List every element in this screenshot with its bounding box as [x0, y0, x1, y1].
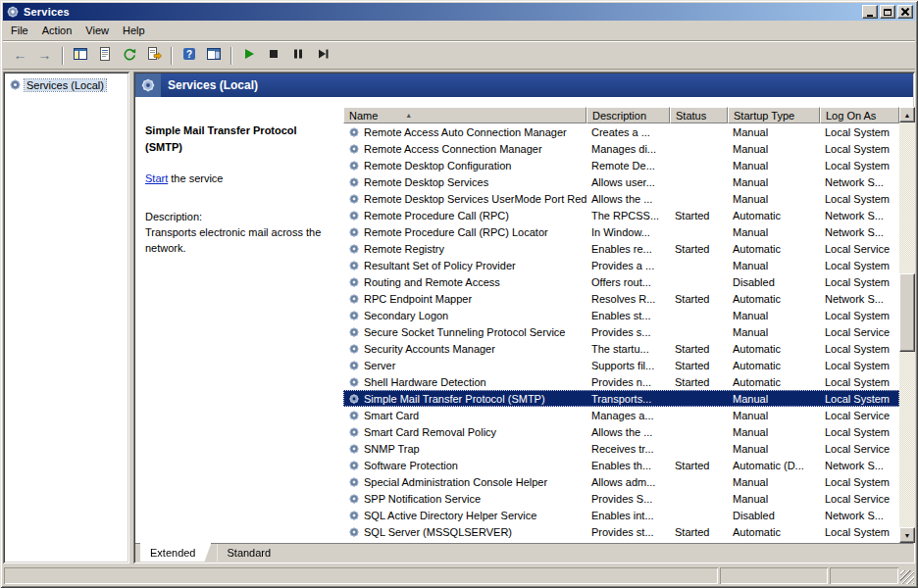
stop-service-button[interactable]: [262, 45, 284, 67]
cell-log-on-as: Network S...: [820, 173, 899, 190]
cell-status: Started: [670, 290, 728, 307]
cell-name: Software Protection: [343, 457, 586, 473]
export-list-button[interactable]: [142, 45, 165, 67]
cell-description: Manages di...: [586, 140, 670, 157]
service-row[interactable]: SQL Active Directory Helper ServiceEnabl…: [343, 507, 899, 523]
service-row[interactable]: ServerSupports fil...StartedAutomaticLoc…: [343, 357, 899, 373]
status-pane-3: [830, 567, 898, 584]
status-bar: [3, 565, 915, 585]
restart-service-button[interactable]: [311, 45, 333, 67]
service-row[interactable]: Remote Procedure Call (RPC) LocatorIn Wi…: [343, 223, 899, 240]
service-row[interactable]: RPC Endpoint MapperResolves R...StartedA…: [343, 290, 899, 307]
cell-description: Creates a ...: [586, 123, 670, 140]
vertical-scrollbar[interactable]: ▲ ▼: [899, 107, 915, 543]
show-console-tree-button[interactable]: [69, 45, 91, 67]
service-row[interactable]: Remote Access Connection ManagerManages …: [343, 140, 899, 157]
services-gear-icon: [6, 5, 21, 20]
resize-grip-icon[interactable]: [900, 570, 914, 584]
menu-bar: FileActionViewHelp: [3, 21, 915, 41]
properties-button[interactable]: [93, 45, 116, 67]
cell-description: Allows the ...: [586, 423, 670, 440]
service-row[interactable]: Remote Desktop ConfigurationRemote De...…: [343, 157, 899, 173]
service-row[interactable]: SQL Server (MSSQLSERVER)Provides st...St…: [343, 523, 899, 540]
cell-status: Started: [670, 340, 728, 357]
column-header-description[interactable]: Description: [586, 107, 670, 123]
cell-startup-type: Manual: [728, 190, 820, 207]
tab-extended[interactable]: Extended: [140, 543, 211, 562]
service-row[interactable]: Routing and Remote AccessOffers rout...D…: [343, 273, 899, 290]
cell-status: [670, 140, 728, 157]
cell-description: Enables int...: [586, 507, 670, 523]
cell-startup-type: Manual: [728, 390, 820, 407]
service-row[interactable]: Remote Desktop ServicesAllows user...Man…: [343, 173, 899, 190]
cell-status: Started: [670, 207, 728, 223]
menu-item-file[interactable]: File: [4, 23, 35, 38]
cell-name: Smart Card Removal Policy: [343, 423, 586, 440]
cell-description: Receives tr...: [586, 440, 670, 457]
cell-description: Allows the ...: [586, 190, 670, 207]
service-row[interactable]: Simple Mail Transfer Protocol (SMTP)Tran…: [343, 390, 899, 407]
cell-status: [670, 173, 728, 190]
column-header-startup-type[interactable]: Startup Type: [728, 107, 820, 123]
service-row[interactable]: SPP Notification ServiceProvides S...Man…: [343, 490, 899, 507]
menu-item-help[interactable]: Help: [116, 23, 152, 38]
service-gear-icon: [348, 376, 360, 388]
menu-item-action[interactable]: Action: [35, 23, 79, 38]
help-button[interactable]: ?: [178, 45, 200, 67]
service-row[interactable]: Remote Procedure Call (RPC)The RPCSS...S…: [343, 207, 899, 223]
pause-service-button[interactable]: [286, 45, 309, 67]
cell-name: Routing and Remote Access: [343, 273, 586, 290]
refresh-button[interactable]: [118, 45, 140, 67]
extended-info-panel: Simple Mail Transfer Protocol (SMTP) Sta…: [135, 97, 343, 543]
tree-item-services-local[interactable]: Services (Local): [7, 77, 128, 92]
service-row[interactable]: Remote Desktop Services UserMode Port Re…: [343, 190, 899, 207]
cell-status: [670, 390, 728, 407]
minimize-button[interactable]: [862, 5, 878, 19]
menu-item-view[interactable]: View: [78, 23, 116, 38]
service-row[interactable]: Software ProtectionEnables th...StartedA…: [343, 457, 899, 473]
close-button[interactable]: [897, 5, 913, 19]
service-gear-icon: [348, 143, 360, 155]
cell-log-on-as: Network S...: [820, 507, 899, 523]
service-row[interactable]: Remote Access Auto Connection ManagerCre…: [343, 123, 899, 140]
results-banner: Services (Local): [135, 74, 913, 97]
maximize-button[interactable]: [880, 5, 895, 19]
column-header-status[interactable]: Status: [670, 107, 728, 123]
cell-log-on-as: Network S...: [820, 207, 899, 223]
main-panel: Services (Local) Simple Mail Transfer Pr…: [133, 72, 915, 564]
service-row[interactable]: Secure Socket Tunneling Protocol Service…: [343, 323, 899, 340]
start-service-button[interactable]: [237, 45, 260, 67]
back-button[interactable]: ←: [9, 45, 31, 67]
cell-status: [670, 157, 728, 173]
title-bar[interactable]: Services: [3, 3, 915, 21]
scroll-up-button[interactable]: ▲: [899, 107, 915, 122]
scrollbar-thumb[interactable]: [899, 273, 915, 352]
service-row[interactable]: Remote RegistryEnables re...StartedAutom…: [343, 240, 899, 257]
cell-startup-type: Manual: [728, 140, 820, 157]
service-row[interactable]: Shell Hardware DetectionProvides n...Sta…: [343, 373, 899, 390]
service-gear-icon: [348, 410, 360, 421]
service-row[interactable]: Secondary LogonEnables st...ManualLocal …: [343, 307, 899, 323]
cell-startup-type: Manual: [728, 257, 820, 273]
cell-description: Provides st...: [586, 523, 670, 540]
start-service-link[interactable]: Start: [145, 172, 168, 184]
action-pane-button[interactable]: [202, 45, 225, 67]
service-row[interactable]: Resultant Set of Policy ProviderProvides…: [343, 257, 899, 273]
column-header-log-on-as[interactable]: Log On As: [820, 107, 899, 123]
scroll-down-button[interactable]: ▼: [899, 527, 915, 543]
tab-strip: ExtendedStandard: [135, 543, 913, 562]
cell-description: Offers rout...: [586, 273, 670, 290]
service-gear-icon: [348, 426, 360, 438]
cell-log-on-as: Network S...: [820, 290, 899, 307]
service-row[interactable]: Special Administration Console HelperAll…: [343, 473, 899, 490]
service-row[interactable]: Smart CardManages a...ManualLocal Servic…: [343, 407, 899, 423]
service-row[interactable]: Security Accounts ManagerThe startu...St…: [343, 340, 899, 357]
tab-standard[interactable]: Standard: [217, 544, 286, 562]
service-row[interactable]: SNMP TrapReceives tr...ManualLocal Servi…: [343, 440, 899, 457]
forward-button[interactable]: →: [33, 45, 56, 67]
column-header-name[interactable]: Name▲: [343, 107, 586, 123]
cell-startup-type: Automatic: [728, 290, 820, 307]
description-text: Transports electronic mail across the ne…: [145, 225, 330, 257]
cell-status: [670, 507, 728, 523]
service-row[interactable]: Smart Card Removal PolicyAllows the ...M…: [343, 423, 899, 440]
